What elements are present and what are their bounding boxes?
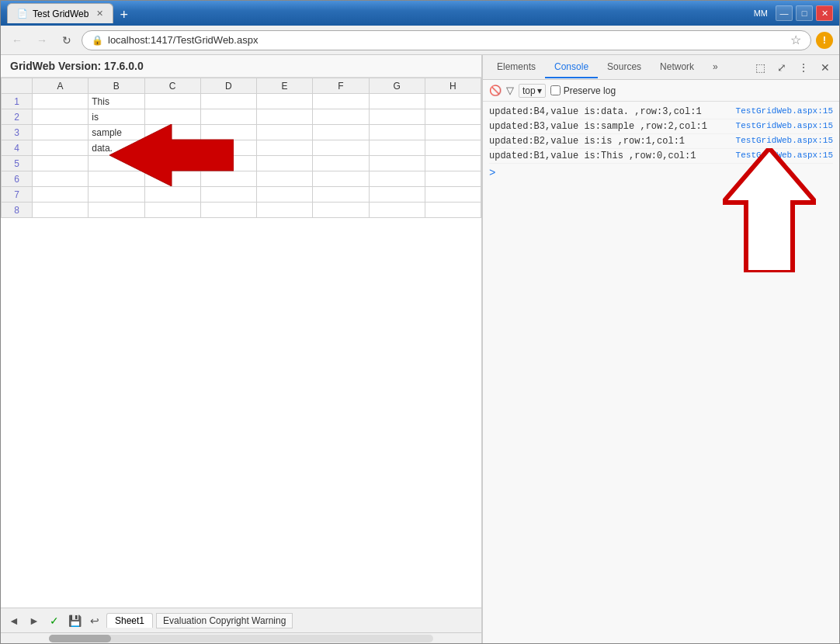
- cell-r5-c0[interactable]: [33, 171, 89, 187]
- tab-network[interactable]: Network: [651, 57, 703, 78]
- console-source-3[interactable]: TestGridWeb.aspx:15: [736, 106, 833, 116]
- cell-r0-c2[interactable]: [144, 94, 200, 109]
- cell-r5-c6[interactable]: [369, 171, 425, 187]
- cell-r1-c0[interactable]: [33, 109, 89, 125]
- cell-r2-c6[interactable]: [369, 125, 425, 140]
- back-button[interactable]: ←: [7, 30, 27, 50]
- cell-r2-c1[interactable]: sample: [89, 125, 144, 140]
- browser-tab[interactable]: 📄 Test GridWeb ✕: [7, 3, 113, 23]
- bookmark-star-icon[interactable]: ☆: [790, 33, 801, 47]
- cell-r2-c5[interactable]: [313, 125, 369, 140]
- cell-r1-c3[interactable]: [200, 109, 256, 125]
- cell-r7-c1[interactable]: [89, 203, 144, 218]
- cell-r6-c0[interactable]: [33, 187, 89, 203]
- cell-r6-c1[interactable]: [89, 187, 144, 203]
- cell-r7-c5[interactable]: [313, 203, 369, 218]
- undo-button[interactable]: ↩: [86, 612, 103, 629]
- cell-r6-c2[interactable]: [144, 187, 200, 203]
- devtools-undock-icon[interactable]: ⤢: [772, 58, 791, 77]
- cell-r2-c2[interactable]: [144, 125, 200, 140]
- horizontal-scrollbar[interactable]: [1, 632, 481, 643]
- cell-r4-c3[interactable]: [200, 156, 256, 171]
- cell-r5-c2[interactable]: [144, 171, 200, 187]
- console-context-dropdown[interactable]: top ▾: [519, 84, 546, 98]
- close-button[interactable]: ✕: [816, 5, 833, 21]
- minimize-button[interactable]: —: [776, 5, 793, 21]
- cell-r3-c6[interactable]: [369, 140, 425, 156]
- cell-r1-c7[interactable]: [425, 109, 481, 125]
- cell-r0-c0[interactable]: [33, 94, 89, 109]
- tab-more[interactable]: »: [703, 57, 727, 78]
- cell-r5-c4[interactable]: [257, 171, 313, 187]
- tab-elements[interactable]: Elements: [488, 57, 545, 78]
- console-source-2[interactable]: TestGridWeb.aspx:15: [736, 121, 833, 130]
- cell-r1-c4[interactable]: [257, 109, 313, 125]
- cell-r5-c5[interactable]: [313, 171, 369, 187]
- cell-r3-c1[interactable]: data.: [89, 140, 144, 156]
- cell-r1-c5[interactable]: [313, 109, 369, 125]
- cell-r3-c5[interactable]: [313, 140, 369, 156]
- next-sheet-button[interactable]: ►: [26, 612, 43, 629]
- cell-r0-c6[interactable]: [369, 94, 425, 109]
- cell-r0-c3[interactable]: [200, 94, 256, 109]
- cell-r0-c7[interactable]: [425, 94, 481, 109]
- cell-r6-c4[interactable]: [257, 187, 313, 203]
- refresh-button[interactable]: ↻: [57, 30, 77, 50]
- cell-r4-c2[interactable]: [144, 156, 200, 171]
- cell-r4-c1[interactable]: [89, 156, 144, 171]
- devtools-close-icon[interactable]: ✕: [816, 58, 835, 77]
- evaluation-warning-tab[interactable]: Evaluation Copyright Warning: [156, 613, 293, 628]
- forward-button[interactable]: →: [32, 30, 52, 50]
- cell-r5-c7[interactable]: [425, 171, 481, 187]
- scrollbar-thumb[interactable]: [49, 635, 111, 642]
- cell-r2-c0[interactable]: [33, 125, 89, 140]
- cell-r5-c1[interactable]: [89, 171, 144, 187]
- maximize-button[interactable]: □: [796, 5, 813, 21]
- cell-r3-c2[interactable]: [144, 140, 200, 156]
- cell-r3-c0[interactable]: [33, 140, 89, 156]
- cell-r0-c5[interactable]: [313, 94, 369, 109]
- cell-r6-c7[interactable]: [425, 187, 481, 203]
- cell-r6-c6[interactable]: [369, 187, 425, 203]
- cell-r1-c6[interactable]: [369, 109, 425, 125]
- cell-r4-c6[interactable]: [369, 156, 425, 171]
- cell-r3-c7[interactable]: [425, 140, 481, 156]
- cell-r7-c7[interactable]: [425, 203, 481, 218]
- cell-r7-c0[interactable]: [33, 203, 89, 218]
- cell-r2-c7[interactable]: [425, 125, 481, 140]
- tab-sources[interactable]: Sources: [598, 57, 651, 78]
- cell-r7-c3[interactable]: [200, 203, 256, 218]
- cell-r7-c4[interactable]: [257, 203, 313, 218]
- console-clear-button[interactable]: 🚫: [489, 85, 502, 96]
- preserve-log-checkbox[interactable]: [550, 85, 561, 95]
- devtools-settings-icon[interactable]: ⋮: [794, 58, 813, 77]
- cell-r6-c5[interactable]: [313, 187, 369, 203]
- cell-r4-c7[interactable]: [425, 156, 481, 171]
- new-tab-button[interactable]: +: [115, 7, 133, 23]
- address-bar[interactable]: 🔒 localhost:1417/TestGridWeb.aspx ☆: [82, 30, 811, 50]
- tab-close-button[interactable]: ✕: [96, 9, 103, 19]
- check-button[interactable]: ✓: [46, 612, 63, 629]
- warning-button[interactable]: !: [816, 32, 833, 49]
- cell-r4-c5[interactable]: [313, 156, 369, 171]
- cell-r1-c1[interactable]: is: [89, 109, 144, 125]
- prev-sheet-button[interactable]: ◄: [5, 612, 23, 629]
- sheet1-tab[interactable]: Sheet1: [106, 613, 153, 628]
- tab-console[interactable]: Console: [545, 57, 598, 78]
- cell-r5-c3[interactable]: [200, 171, 256, 187]
- save-button[interactable]: 💾: [66, 612, 83, 629]
- cell-r0-c1[interactable]: This: [89, 94, 144, 109]
- cell-r1-c2[interactable]: [144, 109, 200, 125]
- devtools-dock-icon[interactable]: ⬚: [751, 58, 769, 77]
- cell-r2-c3[interactable]: [200, 125, 256, 140]
- cell-r7-c6[interactable]: [369, 203, 425, 218]
- cell-r4-c4[interactable]: [257, 156, 313, 171]
- cell-r0-c4[interactable]: [257, 94, 313, 109]
- console-source-1[interactable]: TestGridWeb.aspx:15: [736, 136, 833, 145]
- cell-r6-c3[interactable]: [200, 187, 256, 203]
- cell-r3-c4[interactable]: [257, 140, 313, 156]
- cell-r7-c2[interactable]: [144, 203, 200, 218]
- cell-r3-c3[interactable]: [200, 140, 256, 156]
- cell-r4-c0[interactable]: [33, 156, 89, 171]
- cell-r2-c4[interactable]: [257, 125, 313, 140]
